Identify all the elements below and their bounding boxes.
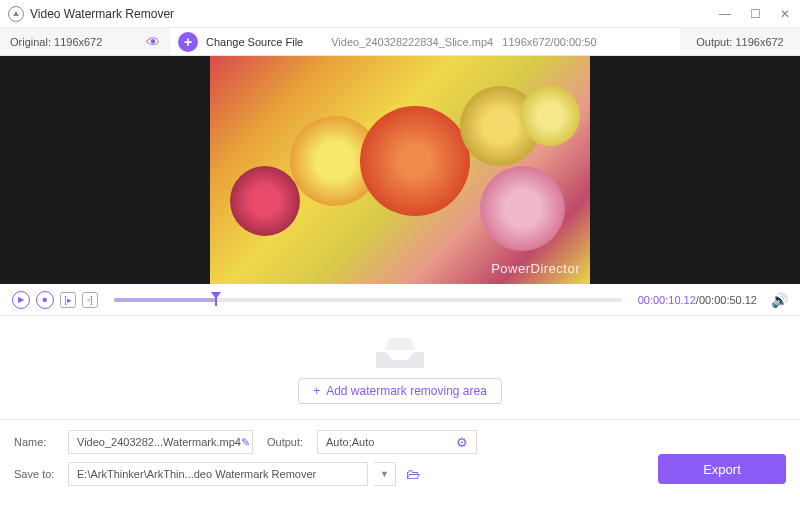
edit-name-icon[interactable]: ✎ bbox=[241, 436, 250, 449]
source-filename: Video_240328222834_Slice.mp4 bbox=[331, 36, 493, 48]
export-label: Export bbox=[703, 462, 741, 477]
save-to-label: Save to: bbox=[14, 468, 62, 480]
maximize-button[interactable]: ☐ bbox=[748, 7, 762, 21]
export-button[interactable]: Export bbox=[658, 454, 786, 484]
save-path-value: E:\ArkThinker\ArkThin...deo Watermark Re… bbox=[77, 468, 316, 480]
output-dimensions: 1196x672 bbox=[735, 36, 783, 48]
output-label: Output: bbox=[696, 36, 732, 48]
add-watermark-area-label: Add watermark removing area bbox=[326, 384, 487, 398]
export-area: Export bbox=[658, 454, 786, 484]
seek-track[interactable] bbox=[114, 298, 622, 302]
output-format-input[interactable]: Auto;Auto ⚙ bbox=[317, 430, 477, 454]
mark-in-button[interactable]: [▸ bbox=[60, 292, 76, 308]
name-label: Name: bbox=[14, 436, 62, 448]
source-meta: 1196x672/00:00:50 bbox=[502, 36, 596, 48]
volume-icon[interactable]: 🔊 bbox=[771, 292, 788, 308]
tray-icon bbox=[372, 332, 428, 370]
original-dimensions: 1196x672 bbox=[54, 36, 102, 48]
original-label: Original: bbox=[10, 36, 51, 48]
video-frame: PowerDirector bbox=[210, 56, 590, 284]
current-time: 00:00:10.12 bbox=[638, 294, 696, 306]
output-info: Output: 1196x672 bbox=[680, 28, 800, 55]
time-display: 00:00:10.12/00:00:50.12 bbox=[638, 294, 757, 306]
stop-button[interactable]: ■ bbox=[36, 291, 54, 309]
watermark-text: PowerDirector bbox=[491, 261, 580, 276]
plus-icon: + bbox=[313, 384, 320, 398]
output-format-label: Output: bbox=[267, 436, 311, 448]
output-format-value: Auto;Auto bbox=[326, 436, 374, 448]
add-source-icon[interactable]: + bbox=[178, 32, 198, 52]
close-button[interactable]: ✕ bbox=[778, 7, 792, 21]
toolbar: Original: 1196x672 👁 + Change Source Fil… bbox=[0, 28, 800, 56]
bottom-panel: Name: Video_2403282...Watermark.mp4 ✎ Ou… bbox=[0, 420, 800, 486]
change-source-button[interactable]: Change Source File bbox=[206, 36, 303, 48]
app-logo-icon bbox=[8, 6, 24, 22]
seek-handle[interactable] bbox=[211, 292, 221, 306]
seek-fill bbox=[114, 298, 216, 302]
add-watermark-area-button[interactable]: + Add watermark removing area bbox=[298, 378, 502, 404]
open-folder-icon[interactable]: 🗁 bbox=[406, 466, 420, 482]
playback-controls: ▶ ■ [▸ ▫] 00:00:10.12/00:00:50.12 🔊 bbox=[0, 284, 800, 316]
watermark-area-panel: + Add watermark removing area bbox=[0, 316, 800, 420]
preview-toggle-icon[interactable]: 👁 bbox=[146, 34, 160, 50]
total-time: 00:00:50.12 bbox=[699, 294, 757, 306]
name-value: Video_2403282...Watermark.mp4 bbox=[77, 436, 241, 448]
video-preview[interactable]: PowerDirector bbox=[0, 56, 800, 284]
minimize-button[interactable]: — bbox=[718, 7, 732, 21]
title-bar: Video Watermark Remover — ☐ ✕ bbox=[0, 0, 800, 28]
output-settings-icon[interactable]: ⚙ bbox=[456, 435, 468, 450]
save-path-input[interactable]: E:\ArkThinker\ArkThin...deo Watermark Re… bbox=[68, 462, 368, 486]
save-path-dropdown[interactable]: ▼ bbox=[374, 462, 396, 486]
name-input[interactable]: Video_2403282...Watermark.mp4 ✎ bbox=[68, 430, 253, 454]
window-title: Video Watermark Remover bbox=[30, 7, 718, 21]
mark-out-button[interactable]: ▫] bbox=[82, 292, 98, 308]
original-info: Original: 1196x672 👁 bbox=[0, 28, 170, 55]
play-button[interactable]: ▶ bbox=[12, 291, 30, 309]
